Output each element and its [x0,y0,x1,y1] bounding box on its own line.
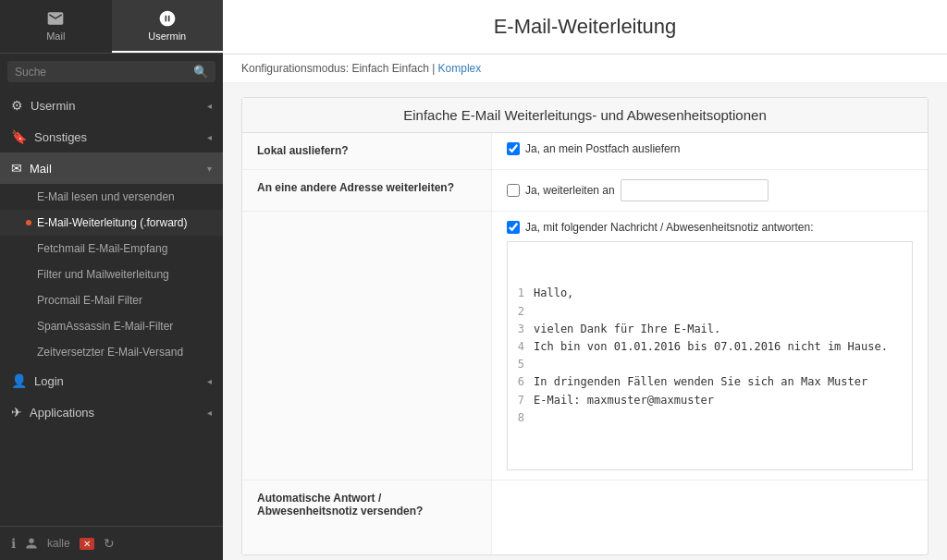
gear-icon: ⚙ [11,98,23,113]
sidebar-subitem-filter[interactable]: Filter und Mailweiterleitung [0,262,223,287]
chevron-icon: ◂ [207,376,212,386]
sidebar-item-login-label: Login [34,374,64,388]
sidebar-subitem-fetchmail[interactable]: Fetchmail E-Mail-Empfang [0,236,223,262]
sidebar-tab-mail[interactable]: Mail [0,0,112,53]
checkbox-weiterleiten-label: Ja, weiterleiten an [525,184,615,197]
config-einfach-link[interactable]: Einfach [392,62,429,75]
chevron-icon: ◂ [207,132,212,142]
form-label-auto-antwort: Automatische Antwort / Abwesenheitsnotiz… [242,481,492,554]
chevron-down-icon: ▾ [207,164,212,174]
sidebar-footer: ℹ kalle ✕ ↻ [0,526,223,560]
sidebar-item-sonstiges[interactable]: 🔖 Sonstiges ◂ [0,121,223,152]
bookmark-icon: 🔖 [11,129,27,144]
content-area: Einfache E-Mail Weiterleitungs- und Abwe… [223,83,947,560]
checkbox-row-abwesenheit: Ja, mit folgender Nachricht / Abwesenhei… [507,221,913,234]
main-content: E-Mail-Weiterleitung Konfigurationsmodus… [223,0,947,560]
sidebar-item-applications-label: Applications [30,406,94,420]
form-value-lokal: Ja, an mein Postfach ausliefern [492,133,928,169]
search-input[interactable] [15,66,193,79]
config-bar: Konfigurationsmodus: Einfach Einfach | K… [223,55,947,83]
active-dot [26,220,31,225]
info-icon[interactable]: ℹ [11,536,16,551]
sidebar-subitem-spamassassin-label: SpamAssassin E-Mail-Filter [37,320,173,333]
dot-empty [26,323,31,329]
form-label-abwesenheit [242,212,492,480]
sidebar-item-login[interactable]: 👤 Login ◂ [0,365,223,396]
sidebar-item-usermin-label: Usermin [31,99,75,113]
sidebar-item-applications[interactable]: ✈ Applications ◂ [0,396,223,428]
page-title: E-Mail-Weiterleitung [223,0,947,55]
form-value-abwesenheit: Ja, mit folgender Nachricht / Abwesenhei… [492,212,928,480]
sidebar-subitem-email-weiterleitung-label: E-Mail-Weiterleitung (.forward) [37,216,188,229]
dot-empty [26,349,31,355]
sidebar-subitem-procmail-label: Procmail E-Mail Filter [37,294,142,307]
sidebar-item-mail-label: Mail [30,162,52,176]
checkbox-lokal[interactable] [507,142,520,155]
dot-empty [26,272,31,277]
rocket-icon: ✈ [11,405,22,420]
weiterleiten-input[interactable] [621,179,769,201]
checkbox-lokal-label: Ja, an mein Postfach ausliefern [525,142,680,155]
sidebar-item-mail[interactable]: ✉ Mail ▾ [0,152,223,184]
sidebar-subitem-email-lesen[interactable]: E-Mail lesen und versenden [0,184,223,210]
sidebar-item-sonstiges-label: Sonstiges [34,130,87,144]
checkbox-row-lokal: Ja, an mein Postfach ausliefern [507,142,913,155]
user-footer-icon [25,537,38,550]
user-icon: 👤 [11,373,27,388]
sidebar-item-usermin[interactable]: ⚙ Usermin ◂ [0,90,223,121]
sidebar-subitem-zeitversetzt-label: Zeitversetzter E-Mail-Versand [37,346,183,359]
sidebar-subitem-procmail[interactable]: Procmail E-Mail Filter [0,287,223,313]
sidebar-tab-usermin[interactable]: Usermin [112,0,224,53]
sidebar-subitem-fetchmail-label: Fetchmail E-Mail-Empfang [37,242,167,255]
sidebar-subitem-email-lesen-label: E-Mail lesen und versenden [37,190,175,203]
usermin-icon [158,9,177,28]
config-label: Konfigurationsmodus: [241,62,351,75]
form-value-auto-antwort [492,481,928,554]
dot-empty [26,298,31,303]
form-panel: Einfache E-Mail Weiterleitungs- und Abwe… [241,97,929,555]
form-row-auto-antwort: Automatische Antwort / Abwesenheitsnotiz… [242,481,928,554]
sidebar-subitem-email-weiterleitung[interactable]: E-Mail-Weiterleitung (.forward) [0,210,223,236]
search-icon: 🔍 [193,65,208,79]
sidebar-tabs: Mail Usermin [0,0,223,54]
checkbox-weiterleiten[interactable] [507,184,520,197]
form-label-weiterleiten: An eine andere Adresse weiterleiten? [242,170,492,211]
refresh-icon[interactable]: ↻ [104,536,115,551]
sidebar-tab-usermin-label: Usermin [148,30,186,42]
form-row-lokal: Lokal ausliefern? Ja, an mein Postfach a… [242,133,928,170]
dot-empty [26,246,31,251]
config-komplex-link[interactable]: Komplex [438,62,482,75]
config-einfach[interactable]: Einfach [351,62,388,75]
sidebar-subitem-spamassassin[interactable]: SpamAssassin E-Mail-Filter [0,313,223,339]
sidebar-tab-mail-label: Mail [46,30,65,42]
checkbox-abwesenheit-label: Ja, mit folgender Nachricht / Abwesenhei… [525,221,814,234]
form-label-lokal: Lokal ausliefern? [242,133,492,169]
chevron-icon: ◂ [207,101,212,111]
mail-icon [46,9,65,28]
checkbox-row-weiterleiten: Ja, weiterleiten an [507,179,913,201]
textarea-abwesenheit: 1 2 3 4 5 6 7 8 Hallo, vielen Dank für I… [507,241,913,470]
sidebar: Mail Usermin 🔍 ⚙ Usermin ◂ 🔖 Sonstiges [0,0,223,560]
dot-empty [26,194,31,200]
delete-icon[interactable]: ✕ [80,538,94,550]
form-panel-title: Einfache E-Mail Weiterleitungs- und Abwe… [242,98,928,133]
form-row-weiterleiten: An eine andere Adresse weiterleiten? Ja,… [242,170,928,212]
sidebar-subitem-filter-label: Filter und Mailweiterleitung [37,268,169,281]
nav-section: ⚙ Usermin ◂ 🔖 Sonstiges ◂ ✉ Mail ▾ E-Mai… [0,90,223,428]
checkbox-abwesenheit[interactable] [507,221,520,234]
footer-username: kalle [47,537,70,550]
sidebar-subitem-zeitversetzt[interactable]: Zeitversetzter E-Mail-Versand [0,339,223,365]
form-row-abwesenheit: Ja, mit folgender Nachricht / Abwesenhei… [242,212,928,481]
form-value-weiterleiten: Ja, weiterleiten an [492,170,928,211]
chevron-icon: ◂ [207,408,212,418]
mail-nav-icon: ✉ [11,161,22,176]
search-box: 🔍 [7,61,215,82]
